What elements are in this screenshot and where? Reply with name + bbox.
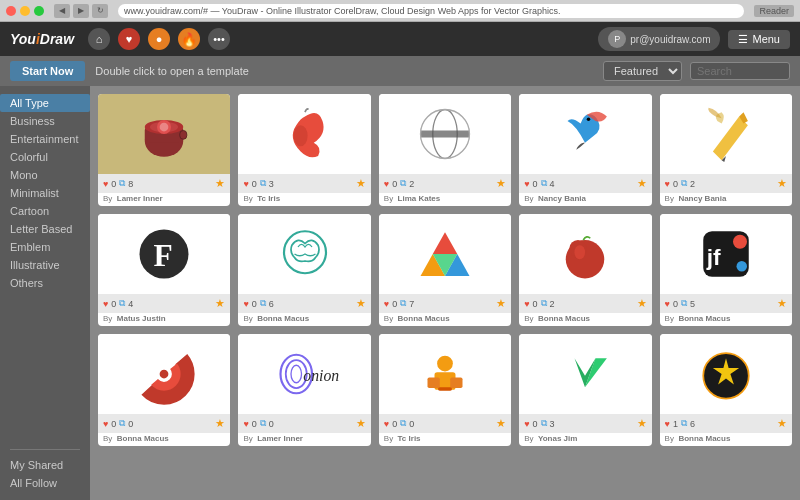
star-icon: ★	[215, 177, 225, 190]
user-avatar: P	[608, 30, 626, 48]
copy-count: 6	[690, 419, 695, 429]
template-card[interactable]: F ♥ 0 ⧉ 4 ★ By Matus Justin	[98, 214, 230, 326]
star-icon: ★	[356, 417, 366, 430]
svg-point-38	[291, 365, 302, 383]
heart-icon[interactable]: ♥	[118, 28, 140, 50]
sidebar-item-cartoon[interactable]: Cartoon	[0, 202, 90, 220]
reload-btn[interactable]: ↻	[92, 4, 108, 18]
copy-icon: ⧉	[400, 178, 406, 189]
featured-select[interactable]: Featured Latest Popular	[603, 61, 682, 81]
card-footer: ♥ 0 ⧉ 0 ★	[379, 414, 511, 433]
flame-icon[interactable]: 🔥	[178, 28, 200, 50]
sidebar-item-all-follow[interactable]: All Follow	[0, 474, 90, 492]
template-card[interactable]: onion ♥ 0 ⧉ 0 ★ By Lamer Inner	[238, 334, 370, 446]
user-pill[interactable]: P pr@youidraw.com	[598, 27, 720, 51]
card-author: By Bonna Macus	[98, 433, 230, 446]
home-icon[interactable]: ⌂	[88, 28, 110, 50]
copy-icon: ⧉	[119, 298, 125, 309]
minimize-btn[interactable]	[20, 6, 30, 16]
star-icon: ★	[777, 177, 787, 190]
back-btn[interactable]: ◀	[54, 4, 70, 18]
dots-icon[interactable]: •••	[208, 28, 230, 50]
card-author: By Matus Justin	[98, 313, 230, 326]
svg-point-6	[160, 123, 169, 132]
card-author: By Yonas Jim	[519, 433, 651, 446]
orange-icon[interactable]: ●	[148, 28, 170, 50]
sidebar-item-my-shared[interactable]: My Shared	[0, 456, 90, 474]
close-btn[interactable]	[6, 6, 16, 16]
template-card[interactable]: ♥ 0 ⧉ 2 ★ By Bonna Macus	[519, 214, 651, 326]
sidebar-item-minimalist[interactable]: Minimalist	[0, 184, 90, 202]
copy-icon: ⧉	[260, 298, 266, 309]
template-card[interactable]: ♥ 0 ⧉ 0 ★ By Tc Iris	[379, 334, 511, 446]
forward-btn[interactable]: ▶	[73, 4, 89, 18]
copy-icon: ⧉	[119, 418, 125, 429]
template-card[interactable]: ♥ 0 ⧉ 3 ★ By Yonas Jim	[519, 334, 651, 446]
card-footer: ♥ 0 ⧉ 4 ★	[98, 294, 230, 313]
star-icon: ★	[777, 417, 787, 430]
menu-button[interactable]: ☰ Menu	[728, 30, 790, 49]
heart-icon: ♥	[665, 299, 670, 309]
copy-count: 7	[409, 299, 414, 309]
maximize-btn[interactable]	[34, 6, 44, 16]
heart-icon: ♥	[384, 419, 389, 429]
sidebar: All Type Business Entertainment Colorful…	[0, 86, 90, 500]
copy-icon: ⧉	[260, 178, 266, 189]
template-card[interactable]: ♥ 0 ⧉ 4 ★ By Nancy Bania	[519, 94, 651, 206]
template-card[interactable]: ♥ 0 ⧉ 8 ★ By Lamer Inner	[98, 94, 230, 206]
star-icon: ★	[496, 177, 506, 190]
template-card[interactable]: ♥ 0 ⧉ 0 ★ By Bonna Macus	[98, 334, 230, 446]
sidebar-item-all-type[interactable]: All Type	[0, 94, 90, 112]
template-card[interactable]: ♥ 0 ⧉ 7 ★ By Bonna Macus	[379, 214, 511, 326]
sidebar-item-others[interactable]: Others	[0, 274, 90, 292]
heart-icon: ♥	[665, 179, 670, 189]
sidebar-item-letter-based[interactable]: Letter Based	[0, 220, 90, 238]
star-icon: ★	[496, 297, 506, 310]
app-icon-group: ⌂ ♥ ● 🔥 •••	[88, 28, 230, 50]
svg-point-7	[293, 125, 307, 146]
heart-count: 0	[392, 299, 397, 309]
card-author: By Bonna Macus	[660, 313, 792, 326]
card-footer: ♥ 0 ⧉ 6 ★	[238, 294, 370, 313]
card-image	[98, 334, 230, 414]
heart-icon: ♥	[103, 299, 108, 309]
copy-count: 6	[269, 299, 274, 309]
reader-button[interactable]: Reader	[754, 5, 794, 17]
heart-icon: ♥	[243, 299, 248, 309]
sidebar-item-mono[interactable]: Mono	[0, 166, 90, 184]
template-card[interactable]: ♥ 1 ⧉ 6 ★ By Bonna Macus	[660, 334, 792, 446]
app-bar-right: P pr@youidraw.com ☰ Menu	[598, 27, 790, 51]
heart-icon: ♥	[384, 179, 389, 189]
sidebar-item-entertainment[interactable]: Entertainment	[0, 130, 90, 148]
template-card[interactable]: ♥ 0 ⧉ 2 ★ By Nancy Bania	[660, 94, 792, 206]
copy-count: 4	[128, 299, 133, 309]
sidebar-item-colorful[interactable]: Colorful	[0, 148, 90, 166]
copy-count: 3	[550, 419, 555, 429]
template-card[interactable]: jf ♥ 0 ⧉ 5 ★ By Bonna Macus	[660, 214, 792, 326]
search-input[interactable]	[690, 62, 790, 80]
template-card[interactable]: ♥ 0 ⧉ 2 ★ By Lima Kates	[379, 94, 511, 206]
toolbar: Start Now Double click to open a templat…	[0, 56, 800, 86]
card-image	[660, 94, 792, 174]
heart-count: 0	[252, 299, 257, 309]
copy-count: 2	[550, 299, 555, 309]
start-now-button[interactable]: Start Now	[10, 61, 85, 81]
card-image	[519, 214, 651, 294]
content-area: ♥ 0 ⧉ 8 ★ By Lamer Inner	[90, 86, 800, 500]
card-author: By Bonna Macus	[238, 313, 370, 326]
card-footer: ♥ 0 ⧉ 2 ★	[379, 174, 511, 193]
heart-count: 1	[673, 419, 678, 429]
sidebar-item-emblem[interactable]: Emblem	[0, 238, 90, 256]
heart-count: 0	[111, 299, 116, 309]
address-bar[interactable]: www.youidraw.com/# — YouDraw - Online Il…	[118, 4, 744, 18]
heart-count: 0	[533, 419, 538, 429]
card-image	[238, 214, 370, 294]
sidebar-item-illustrative[interactable]: Illustrative	[0, 256, 90, 274]
card-footer: ♥ 1 ⧉ 6 ★	[660, 414, 792, 433]
sidebar-item-business[interactable]: Business	[0, 112, 90, 130]
template-card[interactable]: ♥ 0 ⧉ 3 ★ By Tc Iris	[238, 94, 370, 206]
card-image	[379, 214, 511, 294]
heart-icon: ♥	[103, 179, 108, 189]
star-icon: ★	[637, 297, 647, 310]
template-card[interactable]: ♥ 0 ⧉ 6 ★ By Bonna Macus	[238, 214, 370, 326]
